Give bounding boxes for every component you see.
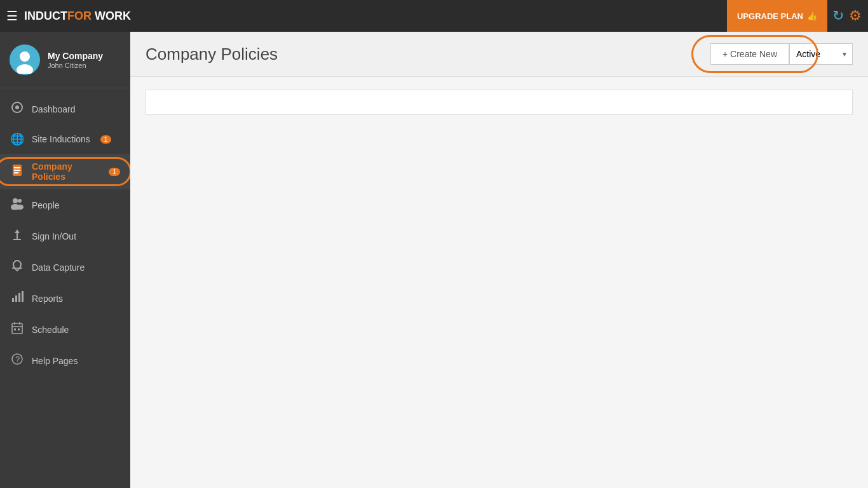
settings-icon[interactable]: ⚙ — [849, 8, 862, 24]
dashboard-icon — [10, 101, 24, 117]
hamburger-icon[interactable]: ☰ — [6, 8, 18, 24]
company-policies-badge: 1 — [109, 168, 120, 176]
sidebar-item-sign-in-out-label: Sign In/Out — [32, 231, 76, 241]
site-inductions-badge: 1 — [100, 135, 112, 144]
sidebar: My Company John Citizen Dashboard 🌐 Site… — [0, 32, 130, 488]
svg-rect-8 — [14, 172, 18, 173]
sidebar-item-help-pages-label: Help Pages — [32, 356, 78, 366]
sidebar-item-reports[interactable]: Reports — [0, 283, 130, 314]
sidebar-item-site-inductions-label: Site Inductions — [32, 134, 90, 144]
main-body — [130, 77, 868, 488]
svg-rect-22 — [14, 329, 16, 330]
reports-icon — [10, 290, 24, 306]
sidebar-item-company-policies[interactable]: Company Policies 1 — [0, 154, 130, 189]
create-new-button[interactable]: + Create New — [710, 43, 789, 65]
globe-icon: 🌐 — [10, 132, 24, 146]
status-select-wrapper: Active Inactive All — [789, 43, 853, 65]
sidebar-item-people-label: People — [32, 200, 60, 210]
svg-point-1 — [20, 51, 30, 62]
svg-rect-15 — [15, 295, 17, 302]
svg-rect-16 — [18, 293, 20, 302]
sidebar-item-dashboard-label: Dashboard — [32, 104, 76, 114]
sidebar-item-reports-label: Reports — [32, 294, 63, 304]
sidebar-item-dashboard[interactable]: Dashboard — [0, 93, 130, 125]
svg-rect-23 — [18, 329, 20, 330]
status-select[interactable]: Active Inactive All — [789, 43, 853, 65]
user-company: My Company — [48, 50, 103, 62]
people-icon — [10, 197, 24, 213]
logo-for: FOR — [67, 10, 92, 22]
page-title: Company Policies — [146, 44, 278, 64]
logo: INDUCTFOR WORK — [24, 10, 131, 23]
svg-point-4 — [15, 105, 19, 109]
policies-icon — [10, 164, 24, 180]
header-actions: + Create New Active Inactive All — [710, 43, 853, 65]
svg-rect-6 — [14, 167, 20, 168]
sidebar-item-people[interactable]: People — [0, 189, 130, 220]
search-input[interactable] — [146, 90, 853, 115]
sidebar-item-sign-in-out[interactable]: Sign In/Out — [0, 220, 130, 252]
svg-rect-17 — [22, 291, 24, 302]
logo-induct: INDUCT — [24, 10, 67, 22]
signin-icon — [10, 228, 24, 244]
create-new-wrapper: + Create New — [710, 43, 789, 65]
svg-point-9 — [13, 198, 18, 203]
user-name: John Citizen — [48, 62, 103, 69]
nav-items: Dashboard 🌐 Site Inductions 1 Company Po… — [0, 88, 130, 488]
svg-rect-18 — [12, 323, 22, 334]
avatar-svg — [11, 46, 39, 74]
sidebar-item-company-policies-label: Company Policies — [32, 161, 98, 182]
sidebar-item-data-capture-label: Data Capture — [32, 262, 85, 273]
svg-text:?: ? — [15, 355, 20, 364]
sidebar-item-help-pages[interactable]: ? Help Pages — [0, 345, 130, 376]
svg-rect-7 — [14, 170, 20, 171]
sidebar-item-schedule[interactable]: Schedule — [0, 314, 130, 345]
svg-point-10 — [18, 199, 22, 203]
upgrade-plan-label: UPGRADE PLAN — [737, 11, 803, 21]
svg-point-12 — [17, 205, 24, 210]
sidebar-item-site-inductions[interactable]: 🌐 Site Inductions 1 — [0, 125, 130, 154]
upgrade-plan-button[interactable]: UPGRADE PLAN 👍 — [727, 0, 827, 32]
layout: My Company John Citizen Dashboard 🌐 Site… — [0, 32, 868, 488]
topbar: ☰ INDUCTFOR WORK UPGRADE PLAN 👍 ↻ ⚙ — [0, 0, 868, 32]
logo-work: WORK — [92, 10, 131, 22]
help-icon: ? — [10, 353, 24, 369]
sidebar-item-data-capture[interactable]: Data Capture — [0, 252, 130, 283]
avatar — [10, 44, 40, 75]
main-content: Company Policies + Create New Active Ina… — [130, 32, 868, 488]
thumbs-up-icon: 👍 — [807, 11, 817, 21]
data-capture-icon — [10, 259, 24, 275]
user-info: My Company John Citizen — [48, 50, 103, 69]
main-header: Company Policies + Create New Active Ina… — [130, 32, 868, 77]
topbar-right: UPGRADE PLAN 👍 ↻ ⚙ — [727, 0, 862, 32]
user-section: My Company John Citizen — [0, 32, 130, 88]
topbar-left: ☰ INDUCTFOR WORK — [6, 8, 131, 24]
svg-rect-14 — [12, 298, 14, 302]
refresh-icon[interactable]: ↻ — [832, 8, 844, 24]
schedule-icon — [10, 322, 24, 337]
sidebar-item-schedule-label: Schedule — [32, 325, 69, 335]
